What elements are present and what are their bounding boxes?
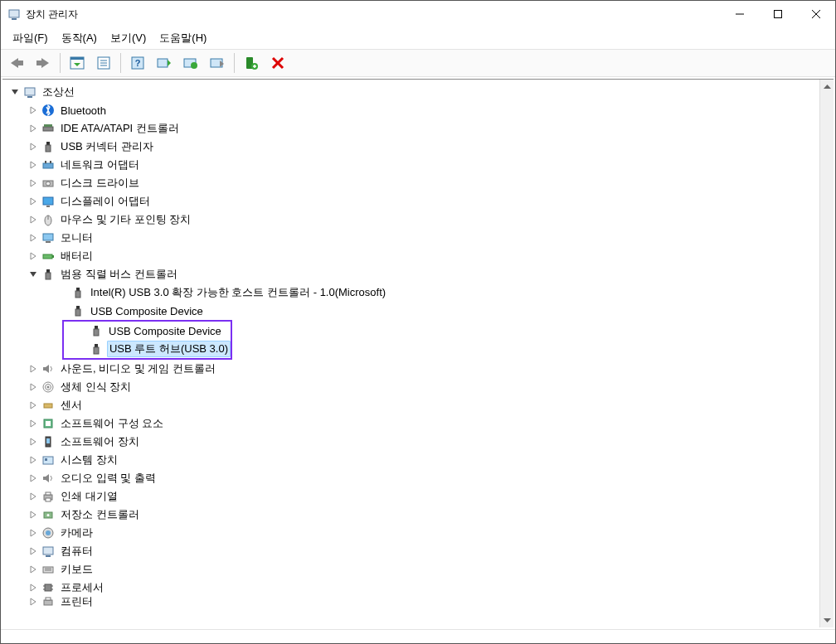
svg-rect-62 [76, 288, 80, 291]
expand-icon[interactable] [27, 214, 39, 225]
expand-icon[interactable] [27, 141, 39, 153]
tree-node[interactable]: 오디오 입력 및 출력 [6, 469, 819, 487]
uninstall-button[interactable] [265, 51, 290, 75]
menu-help[interactable]: 도움말(H) [153, 29, 213, 47]
expand-icon[interactable] [27, 177, 39, 189]
tree-node-label: 디스크 드라이브 [59, 176, 141, 191]
tree-node[interactable]: USB 루트 허브(USB 3.0) [64, 340, 231, 358]
vertical-scrollbar[interactable] [819, 80, 834, 627]
scroll-down-button[interactable] [820, 613, 834, 627]
expand-icon[interactable] [27, 399, 39, 411]
tree-node[interactable]: 디스플레이 어댑터 [6, 192, 819, 211]
disable-button[interactable] [205, 51, 230, 75]
svg-marker-53 [31, 235, 36, 241]
svg-marker-50 [31, 216, 36, 223]
tree-node[interactable]: 마우스 및 기타 포인팅 장치 [6, 211, 819, 229]
menu-view[interactable]: 보기(V) [104, 29, 153, 47]
tree-node[interactable]: 디스크 드라이브 [6, 174, 819, 192]
printer2-icon [41, 597, 56, 607]
collapse-icon[interactable] [27, 269, 39, 280]
expand-icon[interactable] [27, 381, 39, 393]
expand-icon[interactable] [27, 159, 39, 171]
svg-rect-60 [46, 269, 50, 273]
tree-node[interactable]: 시스템 장치 [6, 451, 819, 469]
properties-button[interactable] [91, 51, 116, 75]
tree-node[interactable]: IDE ATA/ATAPI 컨트롤러 [6, 119, 819, 138]
mouse-icon [41, 212, 56, 227]
tree-node-label: USB Composite Device [107, 325, 223, 337]
scroll-up-button[interactable] [820, 80, 834, 94]
minimize-button[interactable] [721, 1, 759, 27]
expand-icon[interactable] [27, 232, 39, 244]
expand-icon[interactable] [27, 527, 39, 539]
disk-icon [41, 176, 56, 191]
tree-node[interactable]: 프린터 [6, 597, 819, 607]
scan-button[interactable] [152, 51, 177, 75]
tree-node[interactable]: 프로세서 [6, 579, 819, 597]
tree-node[interactable]: 소프트웨어 장치 [6, 433, 819, 451]
menu-file[interactable]: 파일(F) [6, 29, 55, 47]
svg-rect-43 [50, 161, 51, 163]
expand-icon[interactable] [27, 418, 39, 429]
tree-node[interactable]: 사운드, 비디오 및 게임 컨트롤러 [6, 360, 819, 378]
tree-node[interactable]: Bluetooth [6, 101, 819, 119]
expand-icon[interactable] [27, 454, 39, 466]
expand-icon[interactable] [27, 436, 39, 448]
tree-node[interactable]: 센서 [6, 396, 819, 414]
expand-icon[interactable] [27, 509, 39, 521]
close-button[interactable] [797, 1, 835, 27]
svg-marker-71 [43, 365, 49, 373]
svg-marker-84 [31, 457, 36, 463]
add-device-button[interactable] [239, 51, 264, 75]
tree-node[interactable]: 조상선 [6, 83, 819, 101]
tree-node-label: 프로세서 [59, 580, 105, 595]
maximize-button[interactable] [759, 1, 797, 27]
device-tree[interactable]: 조상선BluetoothIDE ATA/ATAPI 컨트롤러USB 커넥터 관리… [2, 80, 819, 627]
svg-rect-86 [45, 458, 47, 461]
tree-node[interactable]: 생체 인식 장치 [6, 378, 819, 396]
svg-rect-38 [46, 142, 50, 145]
expand-icon[interactable] [27, 363, 39, 375]
svg-rect-63 [75, 291, 80, 298]
tree-node[interactable]: 저장소 컨트롤러 [6, 506, 819, 524]
tree-node[interactable]: 컴퓨터 [6, 542, 819, 560]
expand-icon[interactable] [27, 250, 39, 262]
expand-icon[interactable] [27, 472, 39, 484]
tree-node[interactable]: USB Composite Device [6, 302, 819, 320]
tree-node-label: 저장소 컨트롤러 [59, 507, 141, 522]
tree-node[interactable]: USB 커넥터 관리자 [6, 138, 819, 156]
svg-marker-112 [31, 598, 36, 605]
help-button[interactable]: ? [125, 51, 150, 75]
tree-node[interactable]: 소프트웨어 구성 요소 [6, 414, 819, 433]
collapse-icon[interactable] [9, 86, 21, 98]
svg-rect-66 [95, 326, 98, 329]
menu-action[interactable]: 동작(A) [55, 29, 104, 47]
expand-icon[interactable] [27, 123, 39, 134]
show-hide-button[interactable] [65, 51, 90, 75]
svg-marker-47 [31, 198, 36, 205]
tree-node[interactable]: 네트워크 어댑터 [6, 156, 819, 174]
expand-icon[interactable] [27, 491, 39, 502]
expand-icon[interactable] [27, 104, 39, 116]
expander-placeholder [75, 343, 87, 355]
tree-node[interactable]: Intel(R) USB 3.0 확장 가능한 호스트 컨트롤러 - 1.0(M… [6, 283, 819, 302]
svg-line-4 [812, 10, 820, 18]
tree-node[interactable]: 인쇄 대기열 [6, 487, 819, 506]
back-button[interactable] [4, 51, 29, 75]
tree-node[interactable]: 배터리 [6, 247, 819, 265]
expand-icon[interactable] [27, 545, 39, 557]
forward-button[interactable] [31, 51, 56, 75]
tree-node[interactable]: 카메라 [6, 524, 819, 542]
expand-icon[interactable] [27, 196, 39, 207]
svg-point-20 [191, 62, 197, 69]
expand-icon[interactable] [27, 582, 39, 593]
tree-node[interactable]: 범용 직렬 버스 컨트롤러 [6, 265, 819, 283]
tree-node[interactable]: 모니터 [6, 229, 819, 247]
scroll-track[interactable] [820, 94, 834, 613]
update-driver-button[interactable] [178, 51, 203, 75]
expand-icon[interactable] [27, 597, 39, 607]
tree-node-label: Intel(R) USB 3.0 확장 가능한 호스트 컨트롤러 - 1.0(M… [89, 285, 387, 300]
tree-node[interactable]: USB Composite Device [64, 322, 231, 340]
expand-icon[interactable] [27, 564, 39, 575]
tree-node[interactable]: 키보드 [6, 560, 819, 579]
